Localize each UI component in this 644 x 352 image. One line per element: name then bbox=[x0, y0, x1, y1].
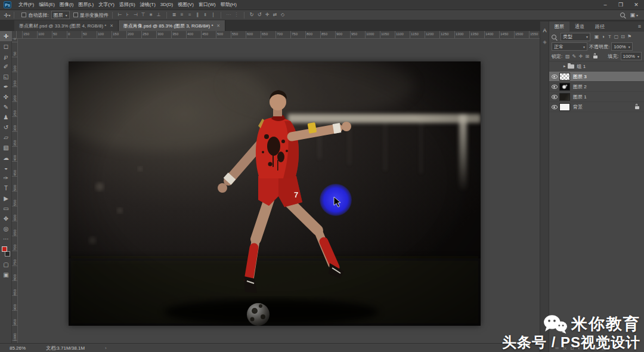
menu-item-3[interactable]: 图层(L) bbox=[76, 0, 96, 10]
extra-icon-0[interactable]: ⋯ bbox=[225, 10, 233, 20]
document-tab-inactive[interactable]: 墨点素材.psd @ 33.3% (图层 4, RGB/8) * × bbox=[14, 20, 119, 31]
clone-stamp-tool[interactable]: ♟ bbox=[0, 112, 12, 122]
canvas-pasteboard[interactable]: 7 bbox=[18, 39, 540, 343]
threed-mode-icon-3[interactable]: ⇄ bbox=[271, 10, 279, 20]
align-icon-2[interactable]: ⊣ bbox=[132, 10, 140, 20]
menu-item-2[interactable]: 图像(I) bbox=[57, 0, 76, 10]
tab-channels[interactable]: 通道 bbox=[569, 21, 590, 32]
distribute-icon-0[interactable]: ≣ bbox=[171, 10, 178, 20]
opacity-dropdown[interactable]: 100% ▾ bbox=[611, 42, 632, 51]
fill-dropdown[interactable]: 100% ▾ bbox=[621, 52, 642, 60]
menu-item-0[interactable]: 文件(F) bbox=[16, 0, 36, 10]
tab-layers[interactable]: 图层 bbox=[549, 21, 569, 32]
document-tab-active[interactable]: 墨点肖像.psd @ 85.3% (图层 3, RGB/8#) * × bbox=[119, 20, 225, 31]
status-chevron-icon[interactable]: › bbox=[105, 345, 107, 351]
lock-option-icon-0[interactable]: ▨ bbox=[564, 54, 571, 59]
crop-tool[interactable]: ◱ bbox=[0, 72, 12, 82]
character-panel-icon[interactable]: A bbox=[540, 27, 549, 33]
filter-type-icon-0[interactable]: ▣ bbox=[593, 34, 600, 39]
eye-icon[interactable] bbox=[552, 95, 558, 99]
path-select-tool[interactable]: ▶ bbox=[0, 193, 12, 203]
hand-tool[interactable]: ✥ bbox=[0, 214, 12, 224]
distribute-icon-4[interactable]: ‖ bbox=[202, 10, 209, 20]
background-color-swatch[interactable] bbox=[5, 251, 10, 257]
eraser-tool[interactable]: ▱ bbox=[0, 132, 12, 143]
show-transform-checkbox[interactable] bbox=[73, 13, 78, 17]
filter-kind-dropdown[interactable]: 类型 ▾ bbox=[561, 33, 590, 41]
eyedropper-tool[interactable]: ✒ bbox=[0, 82, 12, 92]
close-icon[interactable]: × bbox=[217, 23, 220, 29]
minimize-button[interactable]: – bbox=[597, 0, 613, 10]
color-swatches[interactable] bbox=[0, 245, 12, 260]
filter-type-icon-4[interactable]: ⊡ bbox=[620, 34, 626, 39]
gradient-tool[interactable]: ▧ bbox=[0, 143, 12, 153]
layer-row-图层 1[interactable]: 图层 1 bbox=[549, 92, 644, 102]
shape-tool[interactable]: ▭ bbox=[0, 203, 12, 214]
align-icon-5[interactable]: ⊥ bbox=[155, 10, 163, 20]
distribute-icon-2[interactable]: = bbox=[186, 10, 194, 20]
layer-row-图层 2[interactable]: 图层 2 bbox=[549, 82, 644, 92]
align-icon-3[interactable]: ⊤ bbox=[140, 10, 147, 20]
menu-item-4[interactable]: 文字(Y) bbox=[96, 0, 117, 10]
close-icon[interactable]: × bbox=[110, 23, 113, 29]
layer-row-背景[interactable]: 背景 bbox=[549, 102, 644, 112]
visibility-cell[interactable] bbox=[549, 75, 559, 79]
extra-icon-1[interactable]: ⋮ bbox=[233, 10, 240, 20]
filter-type-icon-1[interactable]: ◑ bbox=[600, 34, 606, 39]
lock-icon[interactable] bbox=[593, 55, 597, 58]
auto-select-dropdown[interactable]: 图层 ▾ bbox=[51, 11, 70, 19]
search-icon[interactable] bbox=[620, 13, 625, 17]
blend-mode-dropdown[interactable]: 正常 ▾ bbox=[552, 42, 587, 51]
visibility-cell[interactable] bbox=[549, 85, 559, 89]
visibility-cell[interactable] bbox=[549, 95, 559, 99]
workspace-icon[interactable]: ▣ bbox=[630, 12, 635, 18]
edit-toolbar[interactable]: ⋯ bbox=[0, 234, 12, 244]
distribute-icon-5[interactable]: ∣ bbox=[209, 10, 217, 20]
zoom-level-field[interactable]: 85.26% bbox=[10, 345, 26, 351]
threed-mode-icon-1[interactable]: ↺ bbox=[256, 10, 264, 20]
zoom-tool[interactable]: ◎ bbox=[0, 224, 12, 234]
move-tool[interactable]: ✛ bbox=[0, 31, 12, 41]
collapsed-panel-icon[interactable]: ◈ bbox=[540, 39, 549, 45]
menu-item-9[interactable]: 窗口(W) bbox=[196, 0, 218, 10]
threed-mode-icon-4[interactable]: ◇ bbox=[279, 10, 287, 20]
move-tool-icon[interactable]: ✛ bbox=[4, 12, 8, 18]
brush-tool[interactable]: ✎ bbox=[0, 102, 12, 112]
collapse-arrow-icon[interactable]: ▸ bbox=[564, 64, 566, 69]
menu-item-1[interactable]: 编辑(E) bbox=[36, 0, 57, 10]
distribute-icon-3[interactable]: ∥ bbox=[194, 10, 202, 20]
marquee-tool[interactable]: ◻ bbox=[0, 41, 12, 51]
align-icon-4[interactable]: ∗ bbox=[147, 10, 155, 20]
quick-selection-tool[interactable]: ✐ bbox=[0, 61, 12, 72]
lock-option-icon-2[interactable]: ✛ bbox=[577, 54, 584, 59]
screen-mode-button[interactable]: ▣ bbox=[0, 270, 12, 280]
filter-type-icon-5[interactable]: ⚑ bbox=[626, 34, 633, 39]
lock-option-icon-3[interactable]: ⊞ bbox=[584, 54, 590, 59]
visibility-cell[interactable] bbox=[549, 105, 559, 109]
eye-icon[interactable] bbox=[552, 105, 558, 109]
menu-item-5[interactable]: 选择(S) bbox=[117, 0, 138, 10]
healing-brush-tool[interactable]: ✜ bbox=[0, 92, 12, 102]
menu-item-6[interactable]: 滤镜(T) bbox=[138, 0, 158, 10]
tab-paths[interactable]: 路径 bbox=[590, 21, 610, 32]
quick-mask-button[interactable]: ▢ bbox=[0, 260, 12, 270]
menu-item-10[interactable]: 帮助(H) bbox=[218, 0, 239, 10]
panel-menu-icon[interactable]: ≡ bbox=[638, 21, 644, 32]
align-icon-1[interactable]: ⊦ bbox=[124, 10, 132, 20]
canvas-document[interactable]: 7 bbox=[69, 61, 481, 326]
layer-row-组 1[interactable]: ▸组 1 bbox=[549, 61, 644, 72]
align-icon-0[interactable]: ⊢ bbox=[116, 10, 124, 20]
filter-type-icon-2[interactable]: T bbox=[606, 34, 613, 39]
close-button[interactable]: ✕ bbox=[628, 0, 644, 10]
menu-item-8[interactable]: 视图(V) bbox=[175, 0, 196, 10]
type-tool[interactable]: T bbox=[0, 183, 12, 193]
restore-button[interactable]: ❐ bbox=[613, 0, 628, 10]
auto-select-checkbox[interactable] bbox=[21, 13, 26, 17]
dodge-tool[interactable]: ◒ bbox=[0, 163, 12, 173]
tool-preset-caret-icon[interactable]: ▾ bbox=[8, 13, 10, 17]
layer-row-图层 3[interactable]: 图层 3 bbox=[549, 72, 644, 82]
distribute-icon-1[interactable]: ≡ bbox=[178, 10, 186, 20]
threed-mode-icon-0[interactable]: ↻ bbox=[248, 10, 256, 20]
menu-item-7[interactable]: 3D(D) bbox=[158, 0, 175, 10]
foreground-color-swatch[interactable] bbox=[2, 246, 7, 252]
